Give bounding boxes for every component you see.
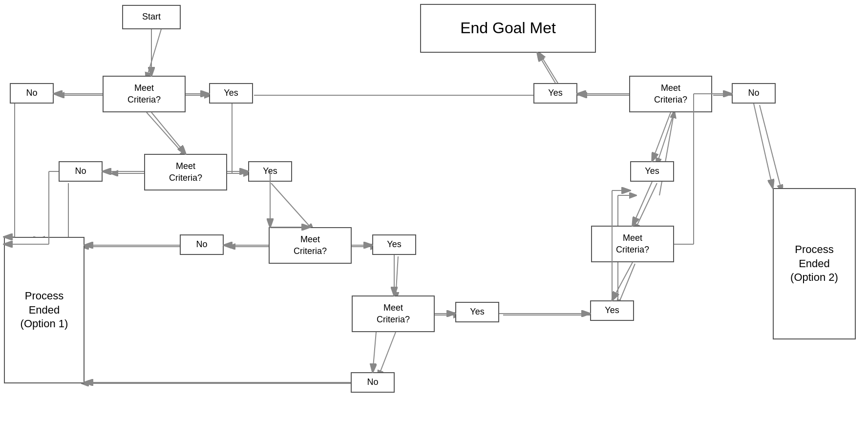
- mc4-node: MeetCriteria?: [352, 295, 435, 332]
- arrows-svg: [0, 0, 868, 422]
- svg-line-1: [147, 29, 161, 78]
- mc5-node: MeetCriteria?: [629, 76, 712, 112]
- flowchart-svg: [0, 0, 868, 422]
- yes1-node: Yes: [209, 83, 253, 104]
- mc3-node: MeetCriteria?: [269, 227, 352, 264]
- svg-line-31: [659, 112, 674, 195]
- no3-node: No: [180, 234, 224, 255]
- yes5-node: Yes: [533, 83, 577, 104]
- svg-line-55: [612, 262, 633, 300]
- svg-line-23: [540, 54, 559, 85]
- svg-line-63: [633, 182, 652, 226]
- no1-node: No: [10, 83, 54, 104]
- svg-line-61: [754, 104, 773, 188]
- yes6-node: Yes: [630, 161, 674, 182]
- flowchart: Start End Goal Met MeetCriteria? No Yes …: [0, 0, 868, 422]
- svg-line-11: [271, 183, 313, 230]
- yes2-node: Yes: [248, 161, 292, 182]
- svg-line-59: [537, 53, 555, 83]
- svg-line-53: [373, 332, 376, 372]
- start-node: Start: [122, 5, 181, 29]
- svg-line-15: [396, 256, 398, 298]
- no5-node: No: [732, 83, 776, 104]
- svg-line-18: [379, 332, 396, 376]
- process2-node: ProcessEnded(Option 2): [773, 188, 856, 339]
- svg-line-28: [618, 264, 635, 305]
- svg-line-4: [147, 112, 186, 156]
- yes4-node: Yes: [455, 302, 499, 322]
- svg-line-37: [151, 112, 186, 154]
- no2-node: No: [59, 161, 103, 182]
- yes7-node: Yes: [590, 300, 634, 321]
- svg-line-26: [657, 112, 674, 164]
- mc1-node: MeetCriteria?: [103, 76, 186, 112]
- svg-line-27: [635, 183, 657, 230]
- mc2-node: MeetCriteria?: [144, 154, 227, 190]
- svg-line-62: [652, 112, 671, 161]
- svg-line-25: [760, 105, 782, 190]
- yes3-node: Yes: [372, 234, 416, 255]
- process1-node: ProcessEnded(Option 1): [4, 237, 85, 383]
- end-goal-node: End Goal Met: [420, 4, 596, 53]
- no4-node: No: [351, 372, 395, 393]
- mc6-node: MeetCriteria?: [591, 226, 674, 262]
